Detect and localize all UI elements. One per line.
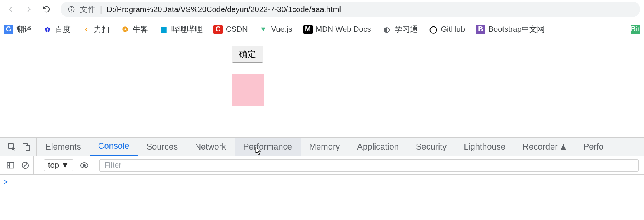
reload-button[interactable]	[40, 2, 54, 16]
bookmark-label: MDN Web Docs	[316, 25, 371, 34]
bookmark-item[interactable]: ◯GitHub	[429, 25, 465, 34]
devtools-tab-sources[interactable]: Sources	[138, 138, 186, 156]
bookmark-item[interactable]: ▣哔哩哔哩	[159, 24, 203, 34]
bookmark-label: GitHub	[441, 25, 465, 34]
console-sidebar-toggle-icon[interactable]	[6, 161, 15, 170]
url-text: D:/Program%20Data/VS%20Code/deyun/2022-7…	[107, 5, 341, 14]
console-output[interactable]: >	[0, 175, 644, 202]
bookmark-item[interactable]: CCSDN	[213, 25, 248, 34]
bookmark-favicon: ◐	[382, 25, 391, 34]
console-filter-bar: top ▼	[0, 156, 644, 175]
bookmark-favicon: ✿	[43, 25, 52, 34]
colored-box	[232, 74, 264, 106]
bookmark-label: 力扣	[94, 24, 109, 34]
svg-point-2	[71, 7, 72, 8]
bookmark-label: 百度	[55, 24, 71, 34]
inspect-element-icon[interactable]	[7, 142, 16, 151]
execution-context-selector[interactable]: top ▼	[44, 159, 73, 171]
bookmark-overflow-icon[interactable]: Bit	[631, 25, 640, 34]
page-content: 确定	[0, 40, 644, 137]
bookmark-favicon: ‹	[81, 25, 91, 34]
bookmark-favicon: ▼	[259, 25, 268, 34]
devtools-tabbar: ElementsConsoleSourcesNetworkPerformance…	[0, 138, 644, 156]
bookmark-item[interactable]: ❂牛客	[120, 24, 148, 34]
devtools-tab-security[interactable]: Security	[407, 138, 455, 156]
bookmark-favicon: C	[213, 25, 223, 34]
browser-toolbar: 文件 | D:/Program%20Data/VS%20Code/deyun/2…	[0, 0, 644, 19]
devtools-tab-application[interactable]: Application	[348, 138, 407, 156]
bookmark-label: 哔哩哔哩	[171, 24, 203, 34]
context-label: top	[48, 161, 59, 170]
devtools-tab-perfo[interactable]: Perfo	[575, 138, 613, 156]
bookmark-item[interactable]: ▼Vue.js	[259, 25, 293, 34]
bookmark-item[interactable]: ‹力扣	[81, 24, 109, 34]
svg-line-9	[23, 163, 28, 167]
bookmark-favicon: ◯	[429, 25, 438, 34]
devtools-tab-performance[interactable]: Performance	[235, 138, 301, 156]
bookmark-favicon: ▣	[159, 25, 168, 34]
chevron-down-icon: ▼	[61, 161, 69, 170]
devtools-tab-console[interactable]: Console	[90, 138, 138, 156]
bookmark-favicon: M	[303, 25, 313, 34]
bookmark-item[interactable]: ◐学习通	[382, 24, 418, 34]
live-expression-icon[interactable]	[80, 161, 89, 170]
svg-rect-5	[26, 145, 30, 151]
confirm-button[interactable]: 确定	[232, 46, 263, 63]
bookmark-favicon: G	[4, 25, 13, 34]
console-filter-input[interactable]	[99, 159, 639, 172]
svg-point-10	[83, 164, 86, 167]
devtools-tab-elements[interactable]: Elements	[37, 138, 90, 156]
bookmark-label: CSDN	[226, 25, 248, 34]
bookmarks-bar: G翻译✿百度‹力扣❂牛客▣哔哩哔哩CCSDN▼Vue.jsMMDN Web Do…	[0, 19, 644, 40]
flask-icon	[560, 143, 566, 150]
bookmark-item[interactable]: ✿百度	[43, 24, 71, 34]
bookmark-label: 学习通	[395, 24, 418, 34]
devtools-panel: ElementsConsoleSourcesNetworkPerformance…	[0, 137, 644, 202]
bookmark-label: Bootstrap中文网	[488, 24, 545, 34]
console-prompt-icon: >	[4, 178, 8, 186]
back-button[interactable]	[4, 2, 18, 16]
site-info-icon[interactable]	[68, 5, 75, 13]
bookmark-label: Vue.js	[271, 25, 293, 34]
bookmark-favicon: ❂	[120, 25, 130, 34]
devtools-tab-recorder[interactable]: Recorder	[514, 138, 575, 156]
forward-button[interactable]	[22, 2, 36, 16]
clear-console-icon[interactable]	[21, 161, 29, 170]
devtools-tab-memory[interactable]: Memory	[301, 138, 348, 156]
bookmark-item[interactable]: MMDN Web Docs	[303, 25, 371, 34]
bookmark-item[interactable]: BBootstrap中文网	[476, 24, 545, 34]
bookmark-favicon: B	[476, 25, 485, 34]
bookmark-label: 牛客	[133, 24, 148, 34]
devtools-tab-network[interactable]: Network	[186, 138, 235, 156]
url-separator: |	[100, 5, 102, 14]
devtools-tab-lighthouse[interactable]: Lighthouse	[455, 138, 514, 156]
url-scheme-label: 文件	[80, 4, 95, 15]
bookmark-item[interactable]: G翻译	[4, 24, 32, 34]
device-toggle-icon[interactable]	[22, 142, 31, 151]
bookmark-label: 翻译	[16, 24, 32, 34]
address-bar[interactable]: 文件 | D:/Program%20Data/VS%20Code/deyun/2…	[61, 2, 640, 17]
